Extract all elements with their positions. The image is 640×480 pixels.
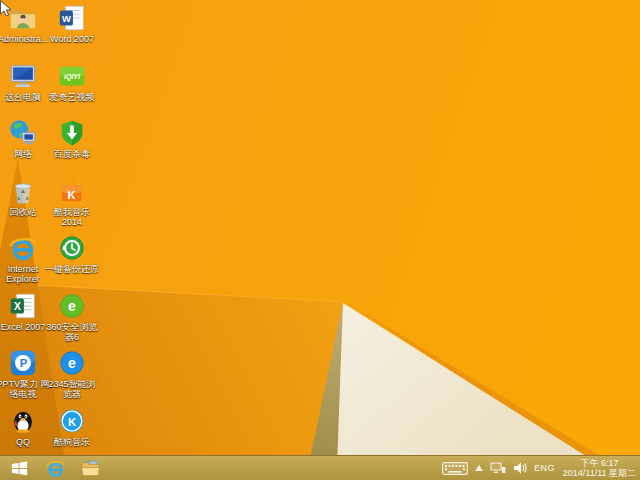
desktop-icon-label: 酷狗音乐 [44, 437, 100, 447]
excel-icon: X [8, 291, 38, 321]
desktop-icon-word-2007[interactable]: W Word 2007 [44, 3, 100, 44]
desktop-icon-label: 360安全浏览器6 [44, 322, 100, 342]
taskbar-internet-explorer-button[interactable] [38, 456, 73, 480]
desktop-icon-kuwo-music[interactable]: K♪ 酷我音乐 2014 [44, 176, 100, 227]
file-explorer-icon [80, 460, 101, 477]
recycle-bin-icon [8, 176, 38, 206]
windows-desktop: Administra... W Word 2007 这台电脑 iQIYI 爱奇艺… [0, 0, 640, 480]
show-hidden-icons-button[interactable] [475, 465, 483, 471]
desktop-icon-label: Word 2007 [44, 34, 100, 44]
desktop-icon-kugou-music[interactable]: K 酷狗音乐 [44, 406, 100, 447]
system-tray: ENG 下午 6:17 2014/11/11 星期二 [442, 456, 640, 480]
desktop-icon-label: 2345智能浏览器 [44, 379, 100, 399]
qq-penguin-icon [8, 406, 38, 436]
language-indicator[interactable]: ENG [534, 463, 555, 473]
svg-text:e: e [68, 298, 76, 314]
chevron-up-icon [475, 465, 483, 471]
360-browser-icon: e [57, 291, 87, 321]
desktop-icon-label: 酷我音乐 2014 [44, 207, 100, 227]
svg-text:W: W [62, 14, 71, 24]
desktop-icon-backup-restore[interactable]: 一键备份还原 [44, 233, 100, 274]
desktop-icon-360-browser[interactable]: e 360安全浏览器6 [44, 291, 100, 342]
pptv-icon: P [8, 348, 38, 378]
kuwo-music-icon: K♪ [57, 176, 87, 206]
network-icon[interactable] [490, 462, 506, 475]
svg-text:K: K [68, 416, 77, 428]
iqiyi-icon: iQIYI [57, 61, 87, 91]
desktop-icon-label: 百度杀毒 [44, 149, 100, 159]
kugou-music-icon: K [57, 406, 87, 436]
desktop-icon-label: 爱奇艺视频 [44, 92, 100, 102]
clock-time: 下午 6:17 [563, 458, 636, 468]
svg-text:K: K [67, 189, 76, 201]
svg-text:X: X [14, 301, 21, 312]
taskbar-file-explorer-button[interactable] [73, 456, 108, 480]
desktop-icon-baidu-antivirus[interactable]: 百度杀毒 [44, 118, 100, 159]
volume-icon[interactable] [513, 462, 527, 474]
desktop-icon-iqiyi-video[interactable]: iQIYI 爱奇艺视频 [44, 61, 100, 102]
internet-explorer-icon [8, 233, 38, 263]
windows-logo-icon [10, 459, 29, 478]
start-button[interactable] [0, 456, 38, 480]
taskbar-clock[interactable]: 下午 6:17 2014/11/11 星期二 [563, 458, 640, 478]
svg-text:P: P [20, 357, 28, 369]
computer-icon [8, 61, 38, 91]
svg-text:iQIYI: iQIYI [64, 73, 81, 81]
svg-text:♪: ♪ [77, 176, 82, 187]
backup-restore-icon [57, 233, 87, 263]
2345-browser-icon: e [57, 348, 87, 378]
shield-icon [57, 118, 87, 148]
desktop-icon-label: 一键备份还原 [44, 264, 100, 274]
network-globe-icon [8, 118, 38, 148]
taskbar: ENG 下午 6:17 2014/11/11 星期二 [0, 455, 640, 480]
touch-keyboard-icon[interactable] [442, 462, 468, 475]
internet-explorer-icon [45, 458, 66, 479]
word-icon: W [57, 3, 87, 33]
desktop-icon-2345-browser[interactable]: e 2345智能浏览器 [44, 348, 100, 399]
clock-date: 2014/11/11 星期二 [563, 468, 636, 478]
svg-text:e: e [68, 355, 76, 371]
administrator-folder-icon [8, 3, 38, 33]
